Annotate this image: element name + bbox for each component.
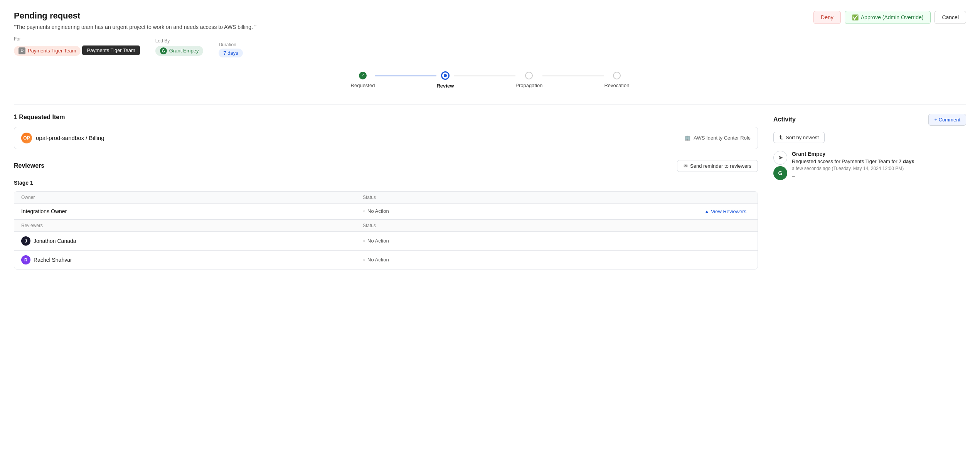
activity-header: Activity + Comment	[773, 114, 966, 126]
approve-icon: ✅	[852, 14, 859, 20]
mail-icon: ✉	[684, 163, 688, 169]
requested-items-title: 1 Requested Item	[14, 114, 758, 121]
approve-button[interactable]: ✅ Approve (Admin Override)	[845, 11, 931, 24]
left-panel: 1 Requested Item OP opal-prod-sandbox / …	[14, 114, 758, 270]
reviewer-row-rachel: R Rachel Shahvar No Action	[14, 251, 758, 269]
activity-text-0: Requested access for Payments Tiger Team…	[792, 158, 914, 164]
team-tooltip: Payments Tiger Team	[82, 45, 140, 55]
item-right: 🏢 AWS Identity Center Role	[684, 135, 751, 141]
meta-led-by: Led By G Grant Empey	[155, 38, 204, 56]
team-icon: ⚙	[19, 47, 25, 54]
activity-send-icon: ➤	[773, 151, 787, 165]
step-review: Review	[436, 71, 454, 89]
requested-item-card: OP opal-prod-sandbox / Billing 🏢 AWS Ide…	[14, 127, 758, 149]
sort-icon: ⇅	[779, 135, 783, 140]
avatar-rachel: R	[21, 255, 30, 264]
right-panel: Activity + Comment ⇅ Sort by newest ➤ G …	[773, 114, 966, 180]
page-header: Pending request "The payments engineerin…	[14, 11, 966, 30]
progress-steps: ✓ Requested Review Propagation Revocatio…	[351, 71, 630, 89]
meta-for: For ⚙ Payments Tiger Team Payments Tiger…	[14, 36, 140, 56]
meta-duration: Duration 7 days	[219, 42, 242, 56]
team-name: Payments Tiger Team	[28, 48, 76, 54]
page-title: Pending request	[14, 11, 256, 21]
reviewers-header: Reviewers ✉ Send reminder to reviewers	[14, 160, 758, 172]
for-label: For	[14, 36, 140, 42]
activity-title: Activity	[773, 116, 796, 123]
activity-user-grant: Grant Empey	[792, 151, 914, 157]
activity-content-0: Grant Empey Requested access for Payment…	[792, 151, 914, 179]
led-by-name: Grant Empey	[169, 48, 199, 54]
reviewers-col-label: Reviewers	[21, 223, 363, 228]
duration-value: 7 days	[219, 49, 242, 57]
reviewer-status-rachel: No Action	[363, 257, 704, 263]
step-propagation: Propagation	[515, 72, 542, 88]
main-layout: 1 Requested Item OP opal-prod-sandbox / …	[14, 114, 966, 270]
owner-header-row: Owner Status	[14, 192, 758, 204]
connector-2	[454, 76, 515, 76]
led-by-label: Led By	[155, 38, 204, 44]
reviewers-sub-header: Reviewers Status	[14, 219, 758, 232]
view-reviewers-button[interactable]: ▲ View Reviewers	[704, 209, 746, 214]
owner-status: No Action	[363, 208, 704, 214]
status-col-label: Status	[363, 195, 704, 200]
led-by-tag[interactable]: G Grant Empey	[155, 46, 204, 56]
send-reminder-button[interactable]: ✉ Send reminder to reviewers	[677, 160, 758, 172]
step-circle-review	[441, 71, 450, 80]
comment-button[interactable]: + Comment	[928, 114, 966, 126]
activity-item-0: ➤ G Grant Empey Requested access for Pay…	[773, 151, 966, 180]
reviewers-table: Owner Status Integrations Owner No Actio…	[14, 191, 758, 270]
step-requested: ✓ Requested	[351, 72, 375, 88]
reviewers-title: Reviewers	[14, 162, 44, 169]
step-circle-requested: ✓	[359, 72, 367, 79]
led-by-icon: G	[160, 47, 167, 54]
sort-button[interactable]: ⇅ Sort by newest	[773, 132, 825, 143]
aws-role-icon: 🏢	[684, 135, 690, 141]
header-actions: Deny ✅ Approve (Admin Override) Cancel	[813, 11, 966, 24]
stage-title: Stage 1	[14, 178, 758, 186]
cancel-button[interactable]: Cancel	[935, 11, 966, 24]
chevron-up-icon: ▲	[704, 209, 709, 214]
deny-button[interactable]: Deny	[813, 11, 841, 24]
connector-1	[375, 76, 436, 76]
reviewer-name-rachel: R Rachel Shahvar	[21, 255, 363, 264]
reviewer-row-jonathon: J Jonathon Canada No Action	[14, 232, 758, 251]
progress-section: ✓ Requested Review Propagation Revocatio…	[14, 65, 966, 92]
step-label-requested: Requested	[351, 83, 375, 88]
meta-row: For ⚙ Payments Tiger Team Payments Tiger…	[14, 36, 966, 56]
team-tag[interactable]: ⚙ Payments Tiger Team	[14, 46, 81, 56]
item-type: AWS Identity Center Role	[694, 135, 751, 141]
connector-3	[542, 76, 604, 76]
reviewers-status-label: Status	[363, 223, 704, 228]
header-left: Pending request "The payments engineerin…	[14, 11, 256, 30]
item-left: OP opal-prod-sandbox / Billing	[21, 133, 104, 143]
reviewer-name-jonathon: J Jonathon Canada	[21, 236, 363, 246]
step-revocation: Revocation	[604, 72, 629, 88]
description-text: "The payments engineering team has an ur…	[14, 24, 256, 30]
activity-dash-0: –	[792, 173, 914, 179]
owner-col-label: Owner	[21, 195, 363, 200]
activity-avatar-grant: G	[773, 166, 787, 180]
avatar-jonathon: J	[21, 236, 30, 246]
item-name: opal-prod-sandbox / Billing	[36, 135, 104, 141]
reviewer-status-jonathon: No Action	[363, 238, 704, 244]
step-circle-propagation	[525, 72, 533, 79]
action-col-label	[704, 195, 751, 200]
duration-label: Duration	[219, 42, 242, 47]
owner-name: Integrations Owner	[21, 208, 363, 214]
step-label-revocation: Revocation	[604, 83, 629, 88]
owner-row: Integrations Owner No Action ▲ View Revi…	[14, 204, 758, 219]
step-circle-revocation	[613, 72, 621, 79]
activity-time-0: a few seconds ago (Tuesday, May 14, 2024…	[792, 166, 914, 171]
item-icon: OP	[21, 133, 32, 143]
step-label-review: Review	[436, 83, 454, 89]
step-label-propagation: Propagation	[515, 83, 542, 88]
